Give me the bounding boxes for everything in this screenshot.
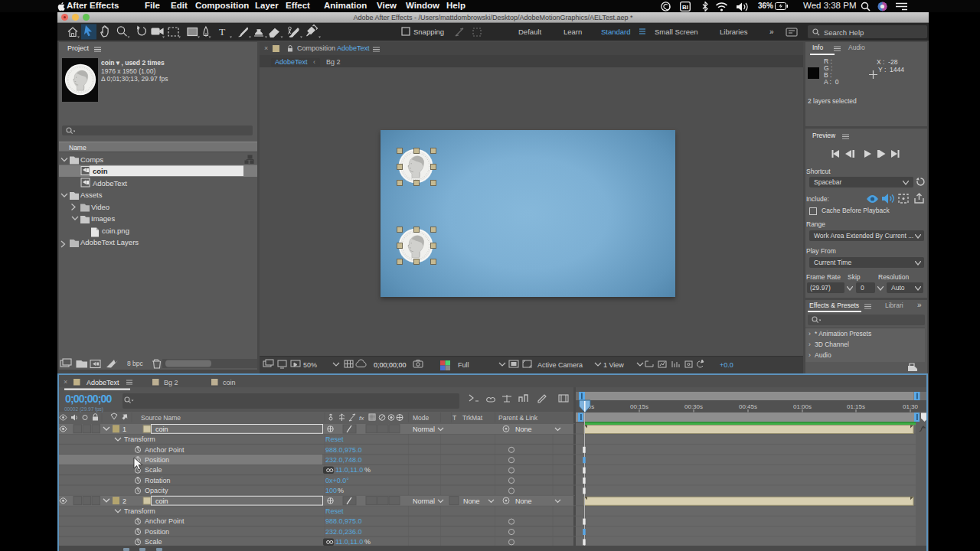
svg-text:Scale: Scale	[145, 538, 162, 546]
svg-text:232.0,748.0: 232.0,748.0	[325, 456, 362, 464]
svg-text:Small Screen: Small Screen	[655, 28, 698, 36]
svg-text:0x+0.0°: 0x+0.0°	[325, 477, 349, 484]
svg-text:Reset: Reset	[325, 435, 344, 443]
svg-text:%: %	[364, 466, 371, 474]
svg-text:Standard: Standard	[601, 28, 631, 36]
svg-text:coin.png: coin.png	[102, 227, 129, 235]
svg-text:AdobeText: AdobeText	[87, 379, 119, 386]
svg-text:Full: Full	[458, 361, 469, 369]
svg-text:Mode: Mode	[413, 414, 430, 422]
svg-text:Default: Default	[518, 28, 541, 36]
svg-text:Video: Video	[91, 203, 109, 211]
svg-text:Reset: Reset	[325, 507, 344, 515]
svg-text:AdobeText: AdobeText	[93, 179, 127, 187]
svg-text:T: T	[452, 414, 456, 422]
svg-text:Active Camera: Active Camera	[537, 361, 583, 369]
svg-text:Source Name: Source Name	[141, 414, 181, 422]
svg-text:11.0,11.0: 11.0,11.0	[335, 466, 363, 474]
svg-text:None: None	[515, 497, 532, 505]
svg-text:AdobeText Layers: AdobeText Layers	[80, 238, 139, 246]
svg-text:Anchor Point: Anchor Point	[145, 517, 185, 525]
svg-text:8 bpc: 8 bpc	[127, 360, 144, 367]
svg-text:coin: coin	[155, 425, 168, 433]
svg-text:Libraries: Libraries	[720, 28, 748, 36]
svg-text:coin: coin	[93, 167, 108, 175]
svg-text:01:30: 01:30	[903, 403, 919, 410]
svg-text:Normal: Normal	[413, 425, 435, 433]
svg-text:Bg 2: Bg 2	[164, 379, 178, 386]
svg-text:0;00;00;00: 0;00;00;00	[374, 361, 407, 369]
svg-text:×: ×	[64, 378, 67, 386]
svg-text:None: None	[463, 497, 480, 505]
svg-text:%: %	[364, 538, 371, 546]
svg-text:2: 2	[122, 497, 126, 505]
svg-text:+0.0: +0.0	[720, 361, 733, 369]
svg-text:100: 100	[325, 487, 337, 494]
svg-text:Parent & Link: Parent & Link	[498, 414, 538, 422]
svg-text:00:30s: 00:30s	[684, 403, 703, 410]
svg-text:0;00;00;00: 0;00;00;00	[65, 393, 113, 405]
svg-text:Scale: Scale	[145, 466, 162, 474]
svg-text:11.0,11.0: 11.0,11.0	[335, 538, 363, 546]
svg-text:00:45s: 00:45s	[739, 403, 757, 410]
svg-text:1 View: 1 View	[603, 361, 624, 369]
svg-text:00:15s: 00:15s	[630, 403, 648, 410]
svg-text:Transform: Transform	[124, 435, 155, 443]
svg-text:TrkMat: TrkMat	[462, 414, 483, 422]
svg-text:Position: Position	[145, 528, 169, 536]
svg-text:Rotation: Rotation	[145, 477, 171, 484]
svg-text:Snapping: Snapping	[413, 28, 444, 36]
svg-text:988.0,975.0: 988.0,975.0	[325, 517, 362, 525]
svg-text:50%: 50%	[303, 361, 317, 369]
svg-text:Transform: Transform	[124, 507, 155, 515]
svg-text:Normal: Normal	[413, 497, 435, 505]
svg-text:988.0,975.0: 988.0,975.0	[325, 446, 362, 454]
svg-text:BI: BI	[682, 4, 688, 11]
svg-text:coin: coin	[223, 379, 236, 386]
svg-text:1: 1	[122, 425, 126, 433]
svg-text:01:15s: 01:15s	[847, 403, 865, 410]
svg-text:Comps: Comps	[80, 155, 103, 164]
svg-text:Position: Position	[145, 456, 169, 464]
svg-text:Images: Images	[91, 214, 115, 223]
svg-text:Assets: Assets	[80, 191, 103, 199]
svg-text:Anchor Point: Anchor Point	[145, 446, 185, 454]
svg-text:00002 (29.97 fps): 00002 (29.97 fps)	[64, 406, 103, 412]
svg-text:»: »	[769, 28, 774, 36]
svg-text:coin: coin	[155, 497, 168, 505]
svg-text:%: %	[338, 487, 344, 494]
svg-text:fx: fx	[359, 415, 364, 422]
svg-text:None: None	[515, 425, 532, 433]
svg-text:232.0,236.0: 232.0,236.0	[325, 528, 362, 536]
svg-text:T: T	[219, 26, 226, 37]
svg-text:Opacity: Opacity	[145, 487, 168, 494]
svg-text:01:00s: 01:00s	[793, 403, 812, 410]
svg-text:Learn: Learn	[564, 28, 582, 36]
